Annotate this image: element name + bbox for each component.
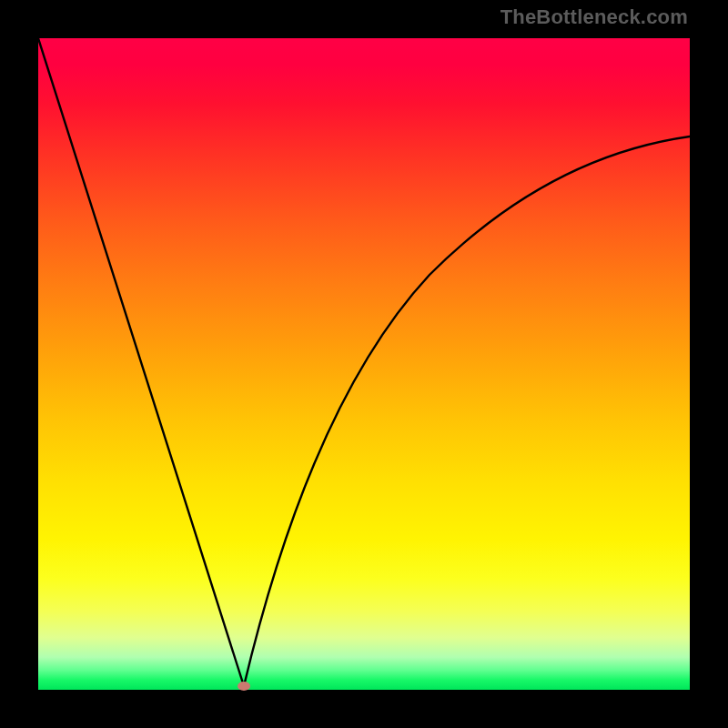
bottleneck-curve [38, 38, 690, 690]
plot-area [38, 38, 690, 690]
right-branch-path [244, 136, 690, 686]
watermark-text: TheBottleneck.com [500, 5, 688, 29]
chart-frame: TheBottleneck.com [0, 0, 728, 728]
minimum-marker [238, 682, 250, 691]
left-branch-path [38, 38, 244, 686]
